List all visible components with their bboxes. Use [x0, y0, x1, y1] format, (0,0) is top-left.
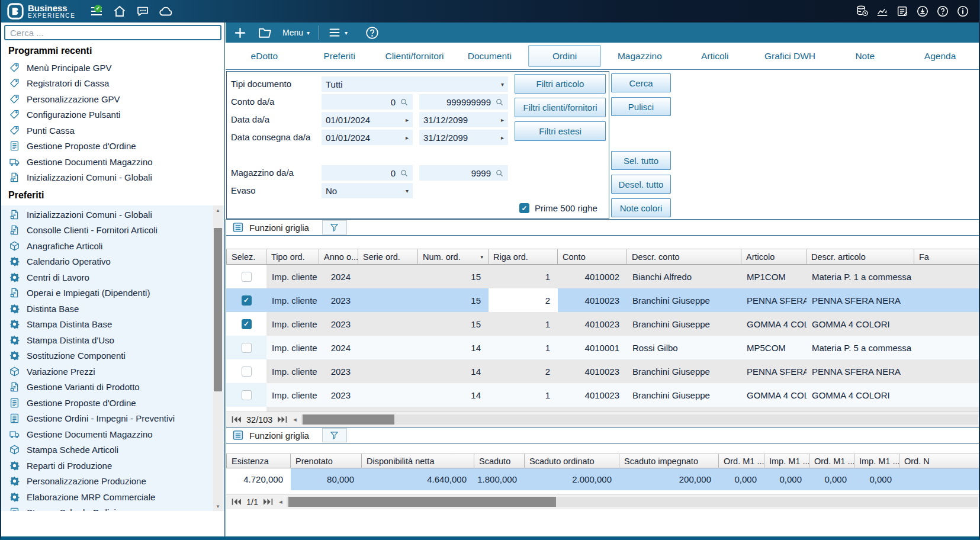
- expand-right-icon[interactable]: ▸: [406, 117, 409, 123]
- scrollbar-thumb[interactable]: [214, 228, 222, 391]
- sidebar-item-favorite[interactable]: Gestione Ordini - Impegni - Preventivi: [1, 411, 224, 427]
- tab-agenda[interactable]: Agenda: [904, 45, 976, 67]
- help-bubble-icon[interactable]: [936, 5, 949, 18]
- column-header-tipo-ord[interactable]: Tipo ord.: [266, 249, 319, 265]
- horizontal-scrollbar[interactable]: [287, 497, 978, 507]
- expand-right-icon[interactable]: ▸: [501, 117, 504, 123]
- filtri-clienti-fornitori-button[interactable]: Filtri clienti/fornitori: [515, 98, 606, 117]
- search-input[interactable]: [4, 25, 221, 40]
- scroll-down-icon[interactable]: ▾: [213, 502, 223, 511]
- data-from-field[interactable]: 01/01/2024 ▸: [322, 112, 413, 127]
- magazzino-from-field[interactable]: 0: [322, 165, 413, 181]
- column-header-num-ord[interactable]: Num. ord.▾: [418, 249, 489, 265]
- tipi-documento-select[interactable]: Tutti ▾: [322, 76, 508, 92]
- sidebar-item-recent[interactable]: Menù Principale GPV: [1, 60, 224, 76]
- sidebar-item-favorite[interactable]: Variazione Prezzi: [1, 364, 224, 380]
- sel-tutto-button[interactable]: Sel. tutto: [611, 151, 671, 170]
- column-header-imp-m1[interactable]: Imp. M1 ...: [764, 454, 809, 468]
- sidebar-item-favorite[interactable]: Personalizzazione Produzione: [1, 474, 224, 490]
- search-lookup-icon[interactable]: [400, 98, 409, 107]
- column-header-scaduto[interactable]: Scaduto: [474, 454, 525, 468]
- sidebar-item-favorite[interactable]: Elaborazione MRP Commerciale: [1, 489, 224, 505]
- home-icon[interactable]: [113, 4, 127, 18]
- sidebar-item-favorite[interactable]: Operai e Impiegati (Dipendenti): [1, 285, 224, 301]
- cerca-button[interactable]: Cerca: [611, 73, 671, 92]
- column-header-articolo[interactable]: Articolo: [741, 249, 807, 265]
- tab-documenti[interactable]: Documenti: [453, 45, 526, 67]
- list-options-dropdown[interactable]: ▾: [328, 26, 348, 39]
- row-checkbox[interactable]: ✓: [242, 390, 252, 400]
- sidebar-scrollbar[interactable]: ▴ ▾: [213, 205, 223, 511]
- grid-filter-button[interactable]: [322, 220, 347, 234]
- conto-from-field[interactable]: 0: [322, 94, 413, 110]
- grid-filter-button[interactable]: [322, 428, 347, 442]
- evaso-select[interactable]: No ▾: [322, 183, 413, 198]
- menu-dropdown[interactable]: Menu ▾: [282, 28, 310, 37]
- column-header-riga-ord[interactable]: Riga ord.: [489, 249, 558, 265]
- conto-to-field[interactable]: 999999999: [419, 94, 508, 110]
- pager-last-icon[interactable]: [263, 498, 273, 506]
- sidebar-item-recent[interactable]: Gestione Proposte d'Ordine: [1, 139, 224, 155]
- tab-articoli[interactable]: Articoli: [679, 45, 751, 67]
- sidebar-item-favorite[interactable]: Distinta Base: [1, 301, 224, 317]
- horizontal-scrollbar[interactable]: [301, 414, 978, 425]
- sidebar-item-favorite[interactable]: Consolle Clienti - Fornitori Articoli: [1, 223, 224, 239]
- column-header-serie-ord[interactable]: Serie ord.: [358, 249, 418, 265]
- sidebar-item-recent[interactable]: Configurazione Pulsanti: [1, 107, 224, 123]
- column-header-ord-m1[interactable]: Ord. M1 ...: [719, 454, 764, 468]
- tab-preferiti[interactable]: Preferiti: [303, 45, 376, 67]
- data-to-field[interactable]: 31/12/2099 ▸: [419, 112, 508, 127]
- column-header-anno-o[interactable]: Anno o...: [319, 249, 358, 265]
- table-row[interactable]: ✓Imp. cliente20231514010023Branchini Giu…: [226, 312, 979, 336]
- sort-dropdown-icon[interactable]: ▾: [477, 254, 483, 260]
- search-lookup-icon[interactable]: [495, 98, 504, 107]
- tab-edotto[interactable]: eDotto: [228, 45, 301, 67]
- sidebar-item-favorite[interactable]: Inizializzazioni Comuni - Globali: [1, 207, 224, 223]
- pager-first-icon[interactable]: [232, 498, 242, 506]
- expand-right-icon[interactable]: ▸: [406, 134, 409, 141]
- info-bubble-icon[interactable]: [956, 5, 969, 18]
- search-lookup-icon[interactable]: [495, 169, 504, 178]
- table-row[interactable]: ✓Imp. cliente20241414010001Rossi GilboMP…: [226, 336, 979, 359]
- tab-ordini[interactable]: Ordini: [528, 45, 601, 67]
- sidebar-item-favorite[interactable]: Gestione Documenti Magazzino: [1, 426, 224, 442]
- database-export-icon[interactable]: [856, 5, 869, 18]
- column-header-scaduto-ordinato[interactable]: Scaduto ordinato: [525, 454, 619, 468]
- open-folder-button[interactable]: [258, 25, 272, 40]
- table-row[interactable]: ✓Imp. cliente20231524010023Branchini Giu…: [226, 288, 979, 312]
- cloud-icon[interactable]: [159, 4, 173, 18]
- tab-clienti-fornitori[interactable]: Clienti/fornitori: [378, 45, 451, 67]
- notes-icon[interactable]: [896, 5, 909, 18]
- column-header-selez[interactable]: Selez.: [226, 249, 266, 265]
- sidebar-item-recent[interactable]: Inizializzazioni Comuni - Globali: [1, 170, 224, 186]
- scroll-left-icon[interactable]: ◂: [279, 498, 282, 506]
- row-checkbox[interactable]: ✓: [242, 343, 252, 353]
- column-header-fa[interactable]: Fa: [914, 249, 979, 265]
- column-header-esistenza[interactable]: Esistenza: [226, 454, 291, 468]
- scrollbar-thumb[interactable]: [303, 414, 394, 425]
- note-colori-button[interactable]: Note colori: [611, 198, 671, 217]
- chat-icon[interactable]: [136, 4, 150, 18]
- sidebar-item-recent[interactable]: Gestione Documenti Magazzino: [1, 154, 224, 170]
- chart-stats-icon[interactable]: [876, 5, 889, 18]
- sidebar-item-favorite[interactable]: Reparti di Produzione: [1, 458, 224, 474]
- column-header-descr-articolo[interactable]: Descr. articolo: [807, 249, 914, 265]
- row-checkbox[interactable]: ✓: [242, 295, 252, 306]
- magazzino-to-field[interactable]: 9999: [419, 165, 508, 181]
- column-header-prenotato[interactable]: Prenotato: [291, 454, 362, 468]
- download-icon[interactable]: [916, 5, 929, 18]
- help-circle-button[interactable]: [365, 25, 380, 40]
- scroll-left-icon[interactable]: ◂: [293, 416, 297, 423]
- column-header-ord-n[interactable]: Ord. N: [899, 454, 979, 468]
- table-row[interactable]: ✓Imp. cliente20231424010023Branchini Giu…: [226, 359, 979, 383]
- column-header-scaduto-impegnato[interactable]: Scaduto impegnato: [619, 454, 719, 468]
- filtri-estesi-button[interactable]: Filtri estesi: [515, 121, 606, 141]
- column-header-disponibilit-netta[interactable]: Disponibilità netta: [362, 454, 474, 468]
- column-header-ord-m1[interactable]: Ord. M1 ...: [809, 454, 854, 468]
- prime-500-checkbox[interactable]: ✓: [519, 203, 529, 213]
- sidebar-item-recent[interactable]: Punti Cassa: [1, 123, 224, 139]
- column-header-conto[interactable]: Conto: [558, 249, 627, 265]
- sidebar-item-favorite[interactable]: Stampa Distinta Base: [1, 317, 224, 333]
- search-lookup-icon[interactable]: [400, 169, 409, 178]
- sidebar-item-favorite[interactable]: Sostituzione Componenti: [1, 348, 224, 364]
